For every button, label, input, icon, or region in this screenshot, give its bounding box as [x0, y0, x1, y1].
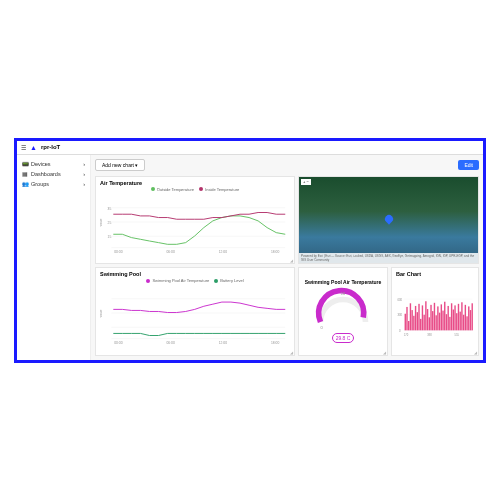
svg-rect-46 [434, 303, 435, 331]
sidebar-item-label: Dashboards [31, 171, 61, 177]
svg-rect-54 [447, 306, 448, 330]
svg-rect-64 [465, 305, 466, 331]
svg-rect-40 [423, 315, 424, 331]
resize-handle-icon[interactable]: ◢ [383, 352, 386, 354]
bar-chart[interactable]: 6003000 170390555 [396, 278, 474, 352]
dashboards-icon: ▦ [22, 171, 28, 177]
svg-rect-50 [441, 304, 442, 330]
svg-rect-30 [406, 307, 407, 330]
devices-icon: 📟 [22, 161, 28, 167]
resize-handle-icon[interactable]: ◢ [290, 352, 293, 354]
svg-rect-47 [435, 315, 436, 330]
svg-rect-56 [451, 303, 452, 330]
legend-dot-icon [146, 279, 150, 283]
bar-chart-card: Bar Chart 6003000 170390555 ◢ [391, 267, 479, 356]
svg-rect-49 [439, 313, 440, 331]
card-title: Air Temperature [100, 180, 290, 186]
svg-rect-62 [461, 302, 462, 330]
svg-rect-48 [437, 306, 438, 330]
chevron-right-icon: › [83, 171, 85, 177]
main-content: Add new chart ▾ Edit Air Temperature Out… [91, 155, 483, 360]
svg-text:12:00: 12:00 [219, 250, 227, 254]
app-title: rpr-IoT [41, 144, 60, 150]
svg-text:555: 555 [455, 333, 460, 337]
sidebar-item-label: Groups [31, 181, 49, 187]
svg-text:Value: Value [100, 218, 103, 226]
sidebar-item-dashboards[interactable]: ▦Dashboards › [19, 169, 88, 179]
topbar: ☰ ▲ rpr-IoT [17, 141, 483, 155]
svg-rect-51 [442, 311, 443, 331]
gauge-card: Swimming Pool Air Temperature 0 10 29.8 … [298, 267, 388, 356]
map-marker-icon [383, 214, 394, 225]
legend-dot-icon [214, 279, 218, 283]
svg-rect-55 [449, 317, 450, 330]
svg-text:Value: Value [100, 309, 103, 317]
svg-text:35: 35 [108, 206, 112, 210]
svg-rect-59 [456, 313, 457, 330]
svg-rect-29 [405, 314, 406, 331]
svg-text:0: 0 [321, 325, 324, 330]
svg-text:25: 25 [108, 220, 112, 224]
svg-text:300: 300 [398, 313, 403, 317]
svg-rect-35 [415, 306, 416, 330]
card-title: Bar Chart [396, 271, 474, 277]
legend: Outside Temperature Inside Temperature [100, 187, 290, 192]
chevron-down-icon: ▾ [135, 162, 138, 168]
svg-text:170: 170 [404, 333, 409, 337]
line-chart[interactable]: Value 00:0006:0012:0018:00 [100, 284, 290, 352]
swimming-pool-card: Swimming Pool Swimming Pool Air Temperat… [95, 267, 295, 356]
sidebar-item-devices[interactable]: 📟Devices › [19, 159, 88, 169]
svg-rect-61 [459, 312, 460, 331]
svg-text:00:00: 00:00 [114, 250, 122, 254]
svg-rect-52 [444, 302, 445, 331]
menu-icon[interactable]: ☰ [21, 144, 26, 151]
app-logo-icon: ▲ [30, 144, 37, 151]
svg-rect-58 [454, 305, 455, 330]
svg-rect-53 [446, 314, 447, 330]
svg-text:12:00: 12:00 [219, 341, 227, 345]
svg-text:15: 15 [108, 235, 112, 239]
line-chart[interactable]: Value 352515 00:0006:0012:0018:00 [100, 193, 290, 261]
svg-rect-41 [425, 301, 426, 330]
sidebar-item-groups[interactable]: 👥Groups › [19, 179, 88, 189]
legend-dot-icon [199, 187, 203, 191]
chevron-right-icon: › [83, 161, 85, 167]
sidebar-item-label: Devices [31, 161, 51, 167]
svg-text:0: 0 [399, 329, 401, 333]
svg-rect-39 [422, 305, 423, 330]
svg-rect-42 [427, 309, 428, 330]
resize-handle-icon[interactable]: ◢ [290, 260, 293, 262]
svg-rect-67 [470, 310, 471, 330]
chevron-right-icon: › [83, 181, 85, 187]
svg-rect-68 [472, 303, 473, 330]
gauge-value: 29.8 C [332, 333, 355, 343]
svg-rect-45 [432, 311, 433, 330]
svg-rect-33 [411, 310, 412, 330]
svg-rect-38 [420, 319, 421, 330]
svg-text:06:00: 06:00 [167, 250, 175, 254]
gauge-chart: 0 10 [303, 286, 383, 331]
svg-rect-60 [458, 304, 459, 331]
svg-text:18:00: 18:00 [271, 250, 279, 254]
air-temperature-card: Air Temperature Outside Temperature Insi… [95, 176, 295, 265]
svg-text:390: 390 [427, 333, 432, 337]
svg-rect-66 [468, 306, 469, 330]
svg-rect-37 [418, 304, 419, 331]
edit-button[interactable]: Edit [458, 160, 479, 170]
svg-rect-32 [410, 303, 411, 330]
map-card[interactable]: Powered by Esri | Esri — Source: Esri, i… [298, 176, 479, 265]
svg-rect-31 [408, 321, 409, 330]
svg-rect-44 [430, 305, 431, 331]
legend-dot-icon [151, 187, 155, 191]
svg-rect-36 [417, 312, 418, 330]
resize-handle-icon[interactable]: ◢ [474, 352, 477, 354]
svg-text:06:00: 06:00 [167, 341, 175, 345]
add-chart-button[interactable]: Add new chart ▾ [95, 159, 145, 171]
svg-rect-63 [463, 315, 464, 331]
sidebar: 📟Devices › ▦Dashboards › 👥Groups › [17, 155, 91, 360]
card-title: Swimming Pool Air Temperature [305, 279, 382, 285]
card-title: Swimming Pool [100, 271, 290, 277]
svg-rect-43 [429, 317, 430, 330]
svg-text:00:00: 00:00 [114, 341, 122, 345]
legend: Swimming Pool Air Temperature Battery Le… [100, 278, 290, 283]
